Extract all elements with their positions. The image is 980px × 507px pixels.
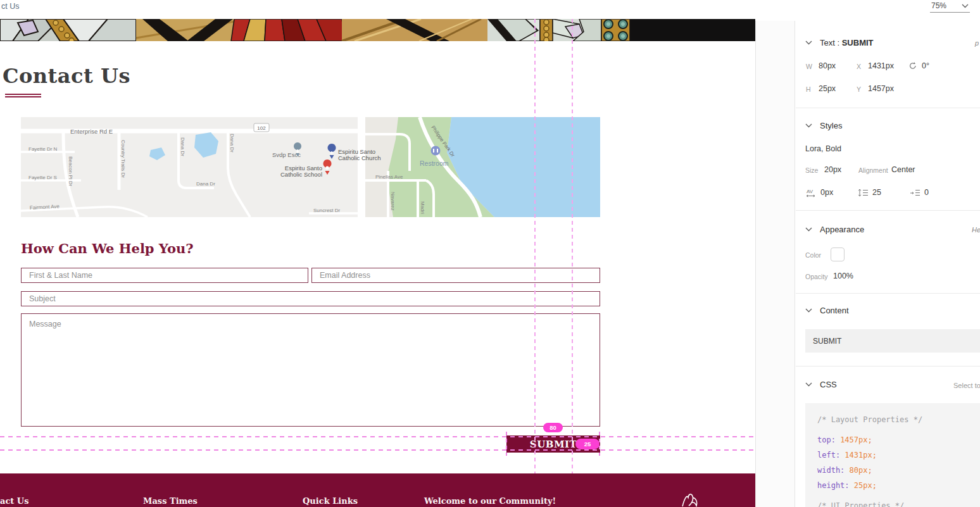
map-poi-label: Catholic School: [280, 171, 322, 178]
map-route-badge: 102: [257, 125, 266, 131]
css-rule: left: 1431px;: [817, 448, 980, 463]
chevron-down-icon: [805, 227, 812, 232]
subject-input[interactable]: [21, 291, 600, 306]
section-divider: [796, 108, 980, 108]
line-height-value[interactable]: 25: [872, 188, 881, 197]
content-text-field[interactable]: SUBMIT: [805, 329, 980, 353]
letter-spacing-value[interactable]: 0px: [820, 188, 833, 197]
section-divider: [796, 210, 980, 211]
email-input[interactable]: [311, 268, 600, 283]
css-code-block[interactable]: /* Layout Properties */ top: 1457px; lef…: [805, 403, 980, 507]
color-swatch[interactable]: [831, 247, 845, 261]
css-rule: width: 80px;: [817, 463, 980, 478]
name-input[interactable]: [21, 268, 308, 283]
footer-logo-icon: [679, 492, 703, 507]
svg-text:AV: AV: [807, 189, 814, 194]
indent-value[interactable]: 0: [924, 188, 929, 197]
font-family-value[interactable]: Lora, Bold: [805, 144, 841, 153]
map-road-label: Dana Dr: [180, 137, 185, 156]
vertical-guide: [572, 19, 573, 507]
css-title: CSS: [820, 380, 837, 389]
page-title: Contact Us: [3, 64, 130, 88]
map-road-label: Fayette Dr S: [28, 175, 57, 180]
height-measure-badge: 25: [575, 439, 600, 449]
section-divider: [796, 293, 980, 294]
css-comment: /* UI Properties */: [817, 499, 980, 507]
section-header-styles[interactable]: Styles: [805, 121, 842, 130]
section-header-content[interactable]: Content: [805, 306, 849, 315]
canvas-gutter: [756, 21, 795, 507]
rotation-value[interactable]: 0°: [922, 61, 929, 70]
map-road-label: Fayette Dr N: [28, 146, 58, 152]
clipped-edge-text: p: [975, 39, 979, 47]
rotation-icon: [908, 61, 917, 70]
section-divider: [796, 366, 980, 366]
vertical-guide: [534, 19, 536, 507]
content-title: Content: [820, 306, 849, 315]
zoom-level-dropdown[interactable]: 75%: [930, 1, 970, 13]
selected-element-type: Text : SUBMIT: [820, 38, 874, 47]
css-rule: top: 1457px;: [817, 432, 980, 448]
map-poi-label: Svdp Escc: [272, 151, 301, 158]
line-height-icon: [858, 188, 869, 197]
map-road-label: Navarez: [390, 192, 396, 211]
map-road-label: Country Trails Dr: [120, 140, 126, 178]
map-road-label: Pinellas Ave: [375, 174, 403, 180]
site-footer: act Us Mass Times Quick Links Welcome to…: [0, 473, 755, 507]
section-header-css[interactable]: CSS: [805, 380, 837, 389]
map-road-label: Beacon Pl Dr: [68, 156, 73, 186]
horizontal-guide: [0, 449, 766, 451]
appearance-title: Appearance: [820, 225, 864, 234]
opacity-label: Opacity: [805, 273, 828, 280]
height-label: H: [806, 85, 811, 93]
location-map[interactable]: 102 Enterprise Rd E Fayette Dr N Beacon …: [21, 117, 600, 217]
footer-link-contact[interactable]: act Us: [0, 496, 29, 506]
width-measure-badge: 80: [543, 423, 563, 432]
map-road-label: Enterprise Rd E: [70, 128, 113, 135]
section-header-text[interactable]: Text : SUBMIT: [805, 38, 874, 47]
css-rule: height: 25px;: [817, 478, 980, 493]
title-underline: [5, 94, 41, 97]
breadcrumb-tab[interactable]: ct Us: [1, 2, 19, 11]
color-label: Color: [805, 251, 821, 259]
size-value[interactable]: 20px: [824, 165, 841, 174]
map-poi-label: Catholic Church: [338, 154, 381, 161]
x-label: X: [857, 63, 861, 70]
section-header-appearance[interactable]: Appearance: [805, 225, 864, 234]
styles-title: Styles: [820, 121, 842, 130]
opacity-value[interactable]: 100%: [833, 272, 853, 280]
hex-label: Hex: [972, 226, 980, 234]
y-label: Y: [857, 85, 861, 93]
canvas-right-border: [755, 21, 756, 507]
selected-element-name: SUBMIT: [842, 38, 874, 47]
horizontal-guide: [0, 436, 766, 437]
alignment-value[interactable]: Center: [891, 165, 915, 174]
chevron-down-icon: [962, 4, 969, 8]
footer-link-quick-links[interactable]: Quick Links: [303, 496, 358, 506]
footer-welcome-text: Welcome to our Community!: [424, 496, 556, 506]
letter-spacing-icon: AV: [806, 188, 817, 197]
design-app-window: ct Us 75%: [0, 0, 980, 507]
map-road-label: Suncrest Dr: [313, 208, 341, 213]
properties-panel: Text : SUBMIT p W 80px X 1431px 0° H 25p…: [795, 21, 980, 507]
css-hint-text: Select to: [953, 382, 980, 389]
selection-edge-guide: [506, 432, 507, 456]
width-label: W: [806, 63, 812, 70]
chevron-down-icon: [805, 123, 812, 128]
form-heading: How Can We Help You?: [21, 241, 194, 256]
message-textarea[interactable]: [21, 313, 600, 427]
chevron-down-icon: [805, 41, 812, 45]
height-value[interactable]: 25px: [819, 84, 836, 93]
chevron-down-icon: [805, 308, 812, 313]
zoom-level-value: 75%: [931, 1, 946, 10]
css-comment: /* Layout Properties */: [817, 413, 980, 427]
chevron-down-icon: [805, 382, 812, 387]
map-road-label: Dana Dr: [196, 181, 215, 187]
stained-glass-banner-image[interactable]: [0, 19, 755, 41]
y-value[interactable]: 1457px: [868, 84, 894, 93]
map-road-label: Madri: [420, 201, 425, 214]
width-value[interactable]: 80px: [819, 61, 836, 70]
x-value[interactable]: 1431px: [868, 61, 894, 70]
restroom-pin-icon: [431, 146, 441, 156]
footer-link-mass-times[interactable]: Mass Times: [143, 496, 198, 506]
